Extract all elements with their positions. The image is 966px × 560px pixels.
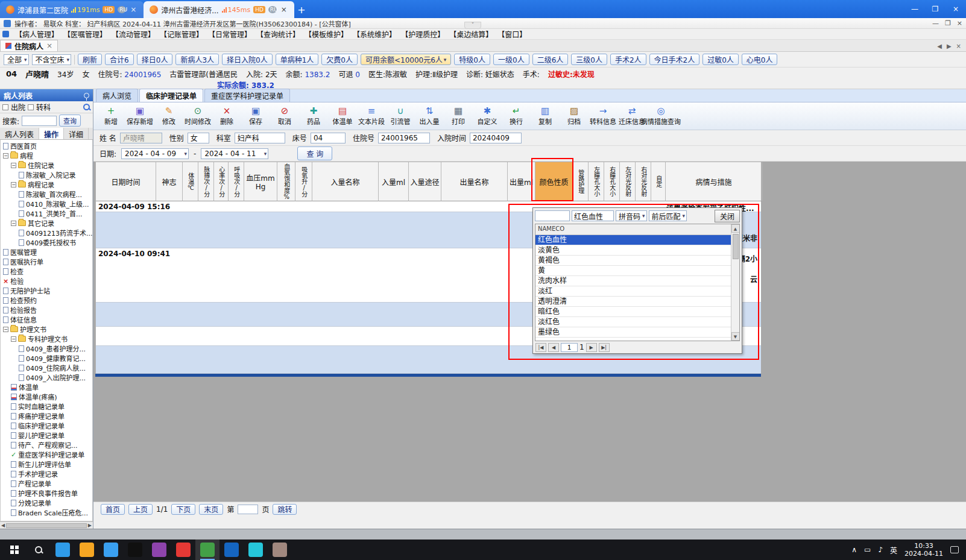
pager-page-input[interactable] [561,343,578,352]
toolbar-collapse-button[interactable]: ˅ [464,22,481,29]
network-icon[interactable]: ▭ [864,546,871,554]
edit-toolbar-button[interactable]: ▨归档 [560,106,588,126]
filter-button[interactable]: 择日0人 [137,54,173,65]
tree-item[interactable]: 0411_洪美玲_首... [1,209,92,218]
tree-item[interactable]: 西医首页 [1,141,92,151]
edit-toolbar-button[interactable]: ✚药品 [300,106,327,126]
tree-item[interactable]: 陈淑敏_入院记录 [1,170,92,180]
tree-item[interactable]: −其它记录 [1,218,92,228]
tree-item[interactable]: 疼痛护理记录单 [1,411,92,421]
tree-item[interactable]: −病程记录 [1,180,92,189]
discharge-checkbox[interactable] [2,104,8,110]
tree-item[interactable]: 医嘱管理 [1,247,92,257]
filter-button[interactable]: 新病人3人 [175,54,219,65]
tree-item[interactable]: 护理不良事件报告单 [1,488,92,498]
start-button[interactable] [2,540,27,560]
edit-toolbar-button[interactable]: ⇅出入量 [415,106,443,126]
panel-tab-操作[interactable]: 操作 [39,128,64,139]
panel-tab-详细[interactable]: 详细 [64,128,89,139]
lookup-mode-select[interactable]: 拼音码▾ [616,210,647,221]
filter-button[interactable]: 一级0人 [493,54,529,65]
tree-item[interactable]: 体征信息 [1,315,92,324]
expander-icon[interactable]: − [3,327,8,332]
filter-button[interactable]: 合计6 [105,54,134,65]
tree-item[interactable]: 无陪护护士站 [1,286,92,295]
pin-icon[interactable] [84,93,89,98]
popup-list-item[interactable]: 淡红色 [535,317,731,327]
filter-button[interactable]: 过敏0人 [702,54,739,65]
tree-item[interactable]: −病程 [1,151,92,160]
tree-item[interactable]: 体温单(疼痛) [1,392,92,401]
lookup-match-value[interactable]: 红色血性 [572,210,614,221]
tree-item[interactable]: −护理文书 [1,324,92,334]
last-page-button[interactable]: 末页 [199,504,223,515]
tree-item[interactable]: 检验报告 [1,305,92,315]
edit-toolbar-button[interactable]: ✎修改 [155,106,183,126]
filter-button[interactable]: 手术2人 [610,54,646,65]
filter-button[interactable]: 今日手术2人 [649,54,700,65]
filter-button[interactable]: 特级0人 [454,54,490,65]
scroll-thumb[interactable] [6,523,87,528]
prev-page-button[interactable]: 上页 [128,504,153,515]
taskbar-app-icon[interactable] [51,540,75,560]
tree-item[interactable]: 陈淑敏_首次病程... [1,189,92,199]
expander-icon[interactable]: − [3,153,8,159]
pager-prev-icon[interactable]: ◀ [548,343,559,352]
tab-scroll-right-icon[interactable]: ▶ [947,43,952,49]
taskbar-app-icon[interactable] [171,540,195,560]
browser-tab-1[interactable]: 漳浦县第二医院 191ms HD RU × [0,1,144,18]
popup-list-item[interactable]: 黄 [535,266,731,276]
edit-toolbar-button[interactable]: +新增 [97,106,125,126]
edit-toolbar-button[interactable]: ▣保存新增 [126,106,154,126]
goto-button[interactable]: 跳转 [273,504,297,515]
filter-button[interactable]: 可用余额<10000元6人▾ [361,54,451,65]
edit-toolbar-button[interactable]: ⊘取消 [271,106,298,126]
bed-filter-select[interactable]: 不含空床▾ [32,54,72,65]
new-tab-button[interactable]: + [294,4,309,18]
scroll-down-icon[interactable]: ▼ [731,332,740,341]
taskbar-app-icon[interactable] [268,540,292,560]
tree-item[interactable]: −住院记录 [1,160,92,170]
lookup-close-button[interactable]: 关闭 [715,210,740,222]
menu-item[interactable]: 【病人管理】 [13,29,61,39]
tree-item[interactable]: 04091213药流手术... [1,228,92,238]
tree-item[interactable]: 分娩记录单 [1,498,92,508]
edit-toolbar-button[interactable]: ▣保存 [242,106,270,126]
input-language-indicator[interactable]: 英 [890,545,897,555]
taskbar-app-icon[interactable] [219,540,244,560]
panel-tab-病人列表[interactable]: 病人列表 [0,128,39,139]
tree-item[interactable]: 婴儿护理记录单 [1,430,92,440]
menu-item[interactable]: 【模板维护】 [302,29,350,39]
date-query-button[interactable]: 查 询 [297,146,332,160]
taskbar-app-icon[interactable] [99,540,123,560]
edit-toolbar-button[interactable]: ↵换行 [502,106,530,126]
tab-close-icon[interactable]: × [280,5,288,14]
tree-item[interactable]: Braden Scale压疮危... [1,508,92,517]
tree-item[interactable]: 0409_住院病人肤... [1,363,92,373]
pager-next-icon[interactable]: ▶ [586,343,597,352]
edit-toolbar-button[interactable]: ≡文本片段 [358,106,385,126]
tree-item[interactable]: 待产、产程观察记... [1,440,92,450]
minimize-button[interactable]: — [932,19,939,27]
taskbar-app-icon[interactable] [75,540,99,560]
scroll-up-icon[interactable]: ▲ [731,224,740,233]
menu-item[interactable]: 【窗口】 [495,29,529,39]
taskbar-app-icon[interactable] [195,540,219,560]
record-tab[interactable]: 重症医学科护理记录单 [204,89,290,102]
close-button[interactable]: × [945,0,966,18]
popup-list-item[interactable]: 黄褐色 [535,256,731,266]
tree-item[interactable]: −专科护理文书 [1,334,92,344]
edit-toolbar-button[interactable]: ∪引流管 [387,106,414,126]
popup-list-item[interactable]: 洗肉水样 [535,276,731,286]
tab-close-icon[interactable]: × [129,5,137,14]
next-page-button[interactable]: 下页 [171,504,195,515]
tree-item[interactable]: 0409_健康教育记... [1,353,92,363]
popup-list-item[interactable]: 暗红色 [535,307,731,317]
menu-item[interactable]: 【护理质控】 [399,29,447,39]
menu-item[interactable]: 【桌边结算】 [447,29,495,39]
taskbar-clock[interactable]: 10:33 2024-04-11 [904,542,943,558]
ward-filter-select[interactable]: 全部▾ [4,54,29,65]
popup-list-item[interactable]: 透明澄清 [535,297,731,307]
hidden-icons-chevron[interactable]: ∧ [851,546,857,554]
edit-toolbar-button[interactable]: ⊙时间修改 [184,106,212,126]
